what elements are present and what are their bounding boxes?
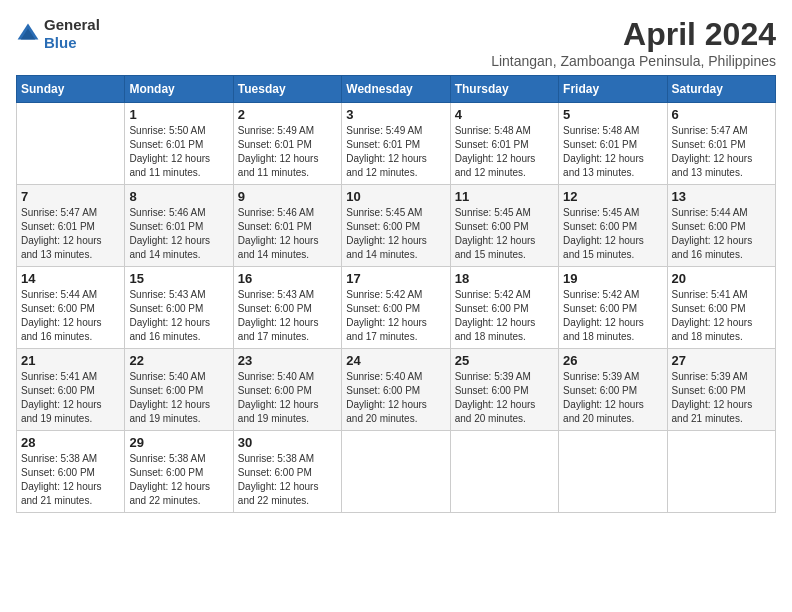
week-row-1: 1Sunrise: 5:50 AMSunset: 6:01 PMDaylight… <box>17 103 776 185</box>
header: General Blue April 2024 Lintangan, Zambo… <box>16 16 776 69</box>
title-area: April 2024 Lintangan, Zamboanga Peninsul… <box>491 16 776 69</box>
header-cell-tuesday: Tuesday <box>233 76 341 103</box>
day-number: 2 <box>238 107 337 122</box>
day-number: 20 <box>672 271 771 286</box>
day-number: 14 <box>21 271 120 286</box>
day-info: Sunrise: 5:50 AMSunset: 6:01 PMDaylight:… <box>129 124 228 180</box>
day-info: Sunrise: 5:47 AMSunset: 6:01 PMDaylight:… <box>672 124 771 180</box>
day-info: Sunrise: 5:38 AMSunset: 6:00 PMDaylight:… <box>21 452 120 508</box>
day-number: 19 <box>563 271 662 286</box>
day-info: Sunrise: 5:46 AMSunset: 6:01 PMDaylight:… <box>129 206 228 262</box>
day-cell: 23Sunrise: 5:40 AMSunset: 6:00 PMDayligh… <box>233 349 341 431</box>
day-info: Sunrise: 5:45 AMSunset: 6:00 PMDaylight:… <box>563 206 662 262</box>
day-info: Sunrise: 5:40 AMSunset: 6:00 PMDaylight:… <box>129 370 228 426</box>
header-cell-friday: Friday <box>559 76 667 103</box>
day-cell: 7Sunrise: 5:47 AMSunset: 6:01 PMDaylight… <box>17 185 125 267</box>
day-cell: 29Sunrise: 5:38 AMSunset: 6:00 PMDayligh… <box>125 431 233 513</box>
header-cell-saturday: Saturday <box>667 76 775 103</box>
day-info: Sunrise: 5:42 AMSunset: 6:00 PMDaylight:… <box>455 288 554 344</box>
day-cell <box>559 431 667 513</box>
day-number: 3 <box>346 107 445 122</box>
header-cell-monday: Monday <box>125 76 233 103</box>
day-info: Sunrise: 5:45 AMSunset: 6:00 PMDaylight:… <box>346 206 445 262</box>
day-cell: 20Sunrise: 5:41 AMSunset: 6:00 PMDayligh… <box>667 267 775 349</box>
day-cell: 24Sunrise: 5:40 AMSunset: 6:00 PMDayligh… <box>342 349 450 431</box>
day-cell: 18Sunrise: 5:42 AMSunset: 6:00 PMDayligh… <box>450 267 558 349</box>
week-row-2: 7Sunrise: 5:47 AMSunset: 6:01 PMDaylight… <box>17 185 776 267</box>
day-number: 30 <box>238 435 337 450</box>
day-number: 21 <box>21 353 120 368</box>
day-number: 6 <box>672 107 771 122</box>
day-cell: 6Sunrise: 5:47 AMSunset: 6:01 PMDaylight… <box>667 103 775 185</box>
day-info: Sunrise: 5:39 AMSunset: 6:00 PMDaylight:… <box>672 370 771 426</box>
day-cell: 5Sunrise: 5:48 AMSunset: 6:01 PMDaylight… <box>559 103 667 185</box>
day-cell: 4Sunrise: 5:48 AMSunset: 6:01 PMDaylight… <box>450 103 558 185</box>
day-number: 25 <box>455 353 554 368</box>
day-number: 27 <box>672 353 771 368</box>
day-cell: 1Sunrise: 5:50 AMSunset: 6:01 PMDaylight… <box>125 103 233 185</box>
day-info: Sunrise: 5:44 AMSunset: 6:00 PMDaylight:… <box>672 206 771 262</box>
header-cell-sunday: Sunday <box>17 76 125 103</box>
day-number: 16 <box>238 271 337 286</box>
day-info: Sunrise: 5:41 AMSunset: 6:00 PMDaylight:… <box>672 288 771 344</box>
day-number: 18 <box>455 271 554 286</box>
day-number: 15 <box>129 271 228 286</box>
day-info: Sunrise: 5:48 AMSunset: 6:01 PMDaylight:… <box>455 124 554 180</box>
day-cell <box>450 431 558 513</box>
day-cell: 10Sunrise: 5:45 AMSunset: 6:00 PMDayligh… <box>342 185 450 267</box>
day-number: 17 <box>346 271 445 286</box>
day-info: Sunrise: 5:39 AMSunset: 6:00 PMDaylight:… <box>455 370 554 426</box>
day-number: 24 <box>346 353 445 368</box>
week-row-4: 21Sunrise: 5:41 AMSunset: 6:00 PMDayligh… <box>17 349 776 431</box>
day-info: Sunrise: 5:49 AMSunset: 6:01 PMDaylight:… <box>346 124 445 180</box>
day-number: 28 <box>21 435 120 450</box>
day-number: 12 <box>563 189 662 204</box>
day-number: 11 <box>455 189 554 204</box>
day-cell: 16Sunrise: 5:43 AMSunset: 6:00 PMDayligh… <box>233 267 341 349</box>
header-cell-wednesday: Wednesday <box>342 76 450 103</box>
day-cell: 25Sunrise: 5:39 AMSunset: 6:00 PMDayligh… <box>450 349 558 431</box>
day-cell: 12Sunrise: 5:45 AMSunset: 6:00 PMDayligh… <box>559 185 667 267</box>
day-number: 10 <box>346 189 445 204</box>
day-info: Sunrise: 5:41 AMSunset: 6:00 PMDaylight:… <box>21 370 120 426</box>
day-cell: 27Sunrise: 5:39 AMSunset: 6:00 PMDayligh… <box>667 349 775 431</box>
day-number: 4 <box>455 107 554 122</box>
day-cell: 17Sunrise: 5:42 AMSunset: 6:00 PMDayligh… <box>342 267 450 349</box>
logo-icon <box>16 22 40 46</box>
day-number: 13 <box>672 189 771 204</box>
day-cell: 30Sunrise: 5:38 AMSunset: 6:00 PMDayligh… <box>233 431 341 513</box>
day-info: Sunrise: 5:38 AMSunset: 6:00 PMDaylight:… <box>238 452 337 508</box>
day-number: 5 <box>563 107 662 122</box>
day-cell: 26Sunrise: 5:39 AMSunset: 6:00 PMDayligh… <box>559 349 667 431</box>
day-cell: 14Sunrise: 5:44 AMSunset: 6:00 PMDayligh… <box>17 267 125 349</box>
day-cell: 8Sunrise: 5:46 AMSunset: 6:01 PMDaylight… <box>125 185 233 267</box>
day-info: Sunrise: 5:46 AMSunset: 6:01 PMDaylight:… <box>238 206 337 262</box>
day-info: Sunrise: 5:39 AMSunset: 6:00 PMDaylight:… <box>563 370 662 426</box>
day-cell: 2Sunrise: 5:49 AMSunset: 6:01 PMDaylight… <box>233 103 341 185</box>
day-number: 22 <box>129 353 228 368</box>
day-info: Sunrise: 5:42 AMSunset: 6:00 PMDaylight:… <box>563 288 662 344</box>
calendar-table: SundayMondayTuesdayWednesdayThursdayFrid… <box>16 75 776 513</box>
day-info: Sunrise: 5:44 AMSunset: 6:00 PMDaylight:… <box>21 288 120 344</box>
day-cell: 3Sunrise: 5:49 AMSunset: 6:01 PMDaylight… <box>342 103 450 185</box>
day-info: Sunrise: 5:49 AMSunset: 6:01 PMDaylight:… <box>238 124 337 180</box>
day-cell: 13Sunrise: 5:44 AMSunset: 6:00 PMDayligh… <box>667 185 775 267</box>
day-number: 23 <box>238 353 337 368</box>
day-number: 29 <box>129 435 228 450</box>
day-info: Sunrise: 5:43 AMSunset: 6:00 PMDaylight:… <box>129 288 228 344</box>
day-info: Sunrise: 5:42 AMSunset: 6:00 PMDaylight:… <box>346 288 445 344</box>
header-row: SundayMondayTuesdayWednesdayThursdayFrid… <box>17 76 776 103</box>
day-cell: 22Sunrise: 5:40 AMSunset: 6:00 PMDayligh… <box>125 349 233 431</box>
day-cell <box>17 103 125 185</box>
logo-blue: Blue <box>44 34 100 52</box>
day-number: 7 <box>21 189 120 204</box>
week-row-3: 14Sunrise: 5:44 AMSunset: 6:00 PMDayligh… <box>17 267 776 349</box>
day-number: 1 <box>129 107 228 122</box>
logo-general: General <box>44 16 100 34</box>
week-row-5: 28Sunrise: 5:38 AMSunset: 6:00 PMDayligh… <box>17 431 776 513</box>
day-cell: 15Sunrise: 5:43 AMSunset: 6:00 PMDayligh… <box>125 267 233 349</box>
day-info: Sunrise: 5:48 AMSunset: 6:01 PMDaylight:… <box>563 124 662 180</box>
day-info: Sunrise: 5:43 AMSunset: 6:00 PMDaylight:… <box>238 288 337 344</box>
day-cell: 28Sunrise: 5:38 AMSunset: 6:00 PMDayligh… <box>17 431 125 513</box>
day-cell <box>667 431 775 513</box>
